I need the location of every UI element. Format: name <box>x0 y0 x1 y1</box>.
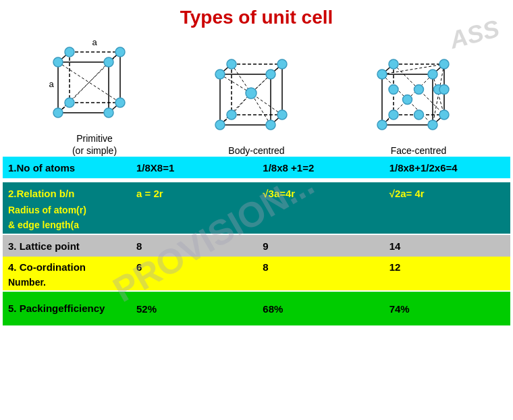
svg-point-72 <box>389 59 398 69</box>
packing-face: 74% <box>384 292 510 325</box>
svg-point-75 <box>439 110 449 120</box>
atoms-body: 1/8x8 +1=2 <box>257 157 383 178</box>
svg-point-52 <box>266 120 275 130</box>
svg-point-24 <box>104 108 113 117</box>
svg-point-20 <box>115 98 125 107</box>
svg-point-17 <box>65 47 74 57</box>
crystal-face: Face-centred <box>370 51 468 157</box>
svg-point-48 <box>277 110 287 120</box>
svg-point-18 <box>115 47 125 57</box>
svg-point-21 <box>53 57 63 67</box>
atoms-face: 1/8x8+1/2x6=4 <box>384 157 510 178</box>
svg-point-51 <box>215 120 225 130</box>
crystal-body: Body-centred <box>208 51 306 157</box>
row-atoms: 1.No of atoms 1/8X8=1 1/8x8 +1=2 1/8x8+1… <box>3 157 510 178</box>
svg-point-77 <box>428 70 437 79</box>
lattice-face: 14 <box>384 235 510 257</box>
svg-text:a: a <box>49 79 54 89</box>
svg-point-83 <box>414 110 423 120</box>
svg-point-50 <box>266 70 275 79</box>
packing-body: 68% <box>257 292 383 325</box>
svg-point-81 <box>414 84 423 94</box>
svg-point-74 <box>389 110 398 120</box>
body-label: Body-centred <box>228 145 284 157</box>
coord-face: 12 <box>384 259 510 275</box>
svg-point-19 <box>65 98 74 107</box>
svg-point-23 <box>53 108 63 117</box>
data-table: 1.No of atoms 1/8X8=1 1/8x8 +1=2 1/8x8+1… <box>0 157 513 325</box>
primitive-label: Primitive(or simple) <box>72 132 117 157</box>
svg-point-79 <box>428 120 437 130</box>
row-lattice: 3. Lattice point 8 9 14 <box>3 235 510 257</box>
relation-main-row: 2.Relation b/n a = 2r √3a=4r √2a= 4r <box>3 182 510 204</box>
primitive-cube-svg: a a <box>46 38 144 130</box>
atoms-primitive: 1/8X8=1 <box>131 157 257 178</box>
svg-point-73 <box>439 59 449 69</box>
coord-primitive: 6 <box>131 259 257 275</box>
relation-body: √3a=4r <box>257 185 383 202</box>
svg-point-49 <box>215 70 225 79</box>
lattice-body: 9 <box>257 235 383 257</box>
crystal-primitive: a a <box>46 38 144 157</box>
relation-sub2-row: & edge length(a <box>3 219 510 234</box>
lattice-label: 3. Lattice point <box>3 235 131 257</box>
svg-point-78 <box>377 120 387 130</box>
row-relation: 2.Relation b/n a = 2r √3a=4r √2a= 4r Rad… <box>3 182 510 234</box>
face-label: Face-centred <box>391 145 446 157</box>
packing-primitive: 52% <box>131 292 257 325</box>
coord-main-row: 4. Co-ordination 6 8 12 <box>3 257 510 277</box>
svg-point-53 <box>246 88 256 99</box>
relation-face: √2a= 4r <box>384 185 510 202</box>
packing-label-sub: efficiency <box>58 302 105 315</box>
svg-point-76 <box>377 70 387 79</box>
coord-sub-row: Number. <box>3 277 510 290</box>
row-coord: 4. Co-ordination 6 8 12 Number. <box>3 257 510 290</box>
svg-point-84 <box>389 84 398 94</box>
relation-label: 2.Relation b/n <box>3 185 131 202</box>
svg-line-39 <box>220 93 251 125</box>
atoms-label: 1.No of atoms <box>3 157 131 178</box>
svg-point-47 <box>227 110 236 120</box>
svg-point-46 <box>277 59 287 69</box>
packing-label: 5. Packingefficiency <box>3 292 131 325</box>
page-title: Types of unit cell <box>0 0 513 32</box>
crystals-row: a a <box>0 32 513 157</box>
body-cube-svg <box>208 51 306 142</box>
svg-point-80 <box>402 95 412 104</box>
coord-sub: Number. <box>8 277 46 288</box>
svg-point-45 <box>227 59 236 69</box>
row-packing: 5. Packingefficiency 52% 68% 74% <box>3 292 510 325</box>
relation-primitive: a = 2r <box>131 185 257 202</box>
lattice-primitive: 8 <box>131 235 257 257</box>
coord-body: 8 <box>257 259 383 275</box>
relation-sub1: Radius of atom(r) <box>8 205 86 215</box>
svg-point-85 <box>439 84 449 94</box>
face-cube-svg <box>370 51 468 142</box>
coord-label: 4. Co-ordination <box>3 259 131 275</box>
svg-text:a: a <box>92 38 97 47</box>
relation-sub2: & edge length(a <box>8 219 79 230</box>
svg-point-22 <box>104 57 113 67</box>
relation-sub1-row: Radius of atom(r) <box>3 204 510 219</box>
